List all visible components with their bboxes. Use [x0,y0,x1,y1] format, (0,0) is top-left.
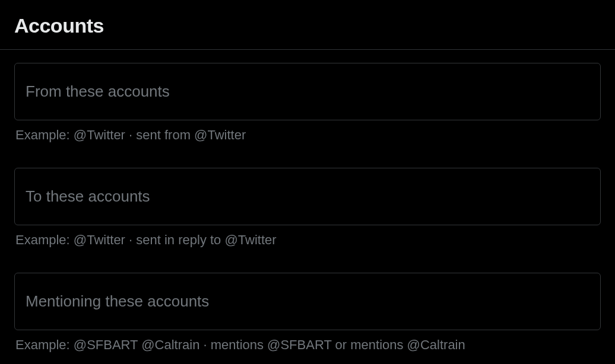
from-helper-text: Example: @Twitter · sent from @Twitter [14,127,601,143]
input-wrapper-from[interactable] [14,63,601,120]
from-accounts-input[interactable] [26,82,589,101]
to-accounts-input[interactable] [26,187,589,206]
fields-container: Example: @Twitter · sent from @Twitter E… [0,50,615,353]
input-wrapper-mentioning[interactable] [14,273,601,330]
section-title: Accounts [14,14,601,37]
field-group-to: Example: @Twitter · sent in reply to @Tw… [14,168,601,248]
to-helper-text: Example: @Twitter · sent in reply to @Tw… [14,232,601,248]
field-group-from: Example: @Twitter · sent from @Twitter [14,63,601,143]
section-header: Accounts [0,0,615,49]
mentioning-accounts-input[interactable] [26,292,589,311]
mentioning-helper-text: Example: @SFBART @Caltrain · mentions @S… [14,337,601,353]
field-group-mentioning: Example: @SFBART @Caltrain · mentions @S… [14,273,601,353]
input-wrapper-to[interactable] [14,168,601,225]
